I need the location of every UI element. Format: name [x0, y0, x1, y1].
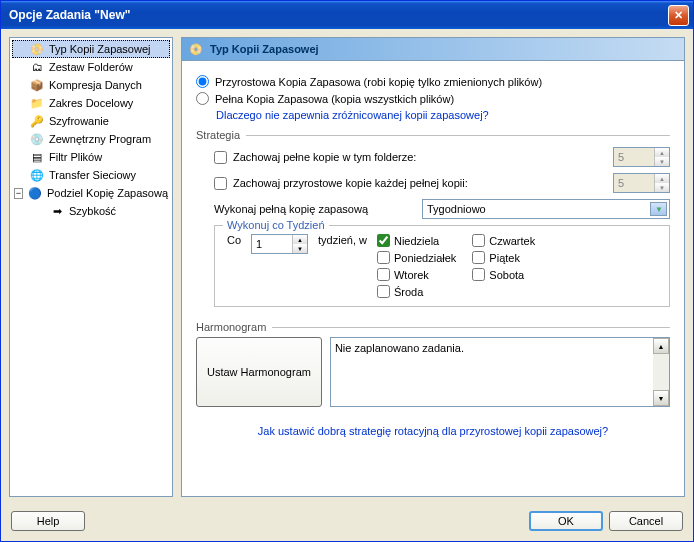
sidebar-item[interactable]: 📁Zakres Docelowy — [12, 94, 170, 112]
tree-item-label: Podziel Kopię Zapasową — [47, 187, 168, 199]
chevron-down-icon[interactable]: ▼ — [293, 244, 307, 253]
scrollbar[interactable]: ▲ ▼ — [653, 338, 669, 406]
schedule-row: Ustaw Harmonogram Nie zaplanowano zadani… — [196, 337, 670, 407]
link-rotation-strategy[interactable]: Jak ustawić dobrą strategię rotacyjną dl… — [258, 425, 608, 437]
schedule-status-text: Nie zaplanowano zadania. — [335, 342, 464, 354]
every-spinner[interactable]: ▲▼ — [251, 234, 308, 254]
tree-item-label: Transfer Sieciowy — [49, 169, 136, 181]
every-unit: tydzień, w — [318, 234, 367, 246]
keep-full-checkbox[interactable] — [214, 151, 227, 164]
disc-icon: 📀 — [188, 41, 204, 57]
sidebar-tree[interactable]: 📀Typ Kopii Zapasowej🗂Zestaw Folderów📦Kom… — [9, 37, 173, 497]
radio-incremental[interactable]: Przyrostowa Kopia Zapasowa (robi kopię t… — [196, 75, 670, 88]
day-środa[interactable]: Środa — [377, 285, 456, 298]
sidebar-item[interactable]: 🌐Transfer Sieciowy — [12, 166, 170, 184]
day-poniedziałek[interactable]: Poniedziałek — [377, 251, 456, 264]
day-checkbox[interactable] — [377, 285, 390, 298]
day-label: Czwartek — [489, 235, 535, 247]
perform-full-label: Wykonaj pełną kopię zapasową — [214, 203, 414, 215]
tree-item-label: Zewnętrzny Program — [49, 133, 151, 145]
sidebar-item[interactable]: 💿Zewnętrzny Program — [12, 130, 170, 148]
radio-incremental-input[interactable] — [196, 75, 209, 88]
close-button[interactable]: ✕ — [668, 5, 689, 26]
keep-inc-value — [614, 174, 654, 192]
body-area: 📀Typ Kopii Zapasowej🗂Zestaw Folderów📦Kom… — [1, 29, 693, 505]
schedule-legend: Harmonogram — [196, 321, 670, 333]
day-checkbox[interactable] — [377, 268, 390, 281]
page-title: Typ Kopii Zapasowej — [210, 43, 319, 55]
keep-inc-spinner: ▲▼ — [613, 173, 670, 193]
tree-item-icon: 📀 — [29, 41, 45, 57]
day-checkbox[interactable] — [472, 268, 485, 281]
keep-full-row: Zachowaj pełne kopie w tym folderze: ▲▼ — [214, 147, 670, 167]
day-columns: NiedzielaPoniedziałekWtorekŚrodaCzwartek… — [377, 234, 535, 298]
set-schedule-button[interactable]: Ustaw Harmonogram — [196, 337, 322, 407]
cancel-button[interactable]: Cancel — [609, 511, 683, 531]
tree-item-label: Zakres Docelowy — [49, 97, 133, 109]
every-value[interactable] — [252, 235, 292, 253]
tree-item-icon: ➡ — [49, 203, 65, 219]
keep-inc-row: Zachowaj przyrostowe kopie każdej pełnej… — [214, 173, 670, 193]
keep-full-label: Zachowaj pełne kopie w tym folderze: — [233, 151, 607, 163]
chevron-down-icon: ▼ — [655, 157, 669, 166]
week-legend: Wykonuj co Tydzień — [223, 219, 329, 231]
sidebar-item[interactable]: −🔵Podziel Kopię Zapasową — [12, 184, 170, 202]
dialog-window: Opcje Zadania "New" ✕ 📀Typ Kopii Zapasow… — [0, 0, 694, 542]
keep-inc-label: Zachowaj przyrostowe kopie każdej pełnej… — [233, 177, 607, 189]
day-checkbox[interactable] — [472, 234, 485, 247]
tree-item-label: Szyfrowanie — [49, 115, 109, 127]
window-title: Opcje Zadania "New" — [5, 8, 668, 22]
day-checkbox[interactable] — [377, 251, 390, 264]
tree-item-icon: ▤ — [29, 149, 45, 165]
day-label: Piątek — [489, 252, 520, 264]
frequency-select[interactable]: Tygodniowo ▼ — [422, 199, 670, 219]
content-header: 📀 Typ Kopii Zapasowej — [182, 38, 684, 61]
day-label: Środa — [394, 286, 423, 298]
sidebar-item[interactable]: 🔑Szyfrowanie — [12, 112, 170, 130]
keep-full-spinner: ▲▼ — [613, 147, 670, 167]
sidebar-item[interactable]: ▤Filtr Plików — [12, 148, 170, 166]
chevron-up-icon[interactable]: ▲ — [293, 235, 307, 244]
chevron-down-icon[interactable]: ▼ — [653, 390, 669, 406]
tree-collapse-icon[interactable]: − — [14, 188, 23, 199]
schedule-status-box: Nie zaplanowano zadania. ▲ ▼ — [330, 337, 670, 407]
tree-item-icon: 📦 — [29, 77, 45, 93]
close-icon: ✕ — [674, 9, 683, 22]
week-group: Wykonuj co Tydzień Co ▲▼ tydzień, w Nied… — [214, 225, 670, 307]
spinner-arrows: ▲▼ — [654, 174, 669, 192]
content-body: Przyrostowa Kopia Zapasowa (robi kopię t… — [182, 61, 684, 496]
titlebar[interactable]: Opcje Zadania "New" ✕ — [1, 1, 693, 29]
tree-item-icon: 💿 — [29, 131, 45, 147]
chevron-up-icon[interactable]: ▲ — [653, 338, 669, 354]
day-checkbox[interactable] — [472, 251, 485, 264]
tree-item-label: Kompresja Danych — [49, 79, 142, 91]
sidebar-item[interactable]: 📦Kompresja Danych — [12, 76, 170, 94]
day-wtorek[interactable]: Wtorek — [377, 268, 456, 281]
tree-item-label: Zestaw Folderów — [49, 61, 133, 73]
sidebar-item[interactable]: ➡Szybkość — [12, 202, 170, 220]
sidebar-item[interactable]: 🗂Zestaw Folderów — [12, 58, 170, 76]
day-checkbox[interactable] — [377, 234, 390, 247]
day-niedziela[interactable]: Niedziela — [377, 234, 456, 247]
tree-item-icon: 📁 — [29, 95, 45, 111]
perform-full-row: Wykonaj pełną kopię zapasową Tygodniowo … — [214, 199, 670, 219]
day-sobota[interactable]: Sobota — [472, 268, 535, 281]
day-piątek[interactable]: Piątek — [472, 251, 535, 264]
link-why-no-differential[interactable]: Dlaczego nie zapewnia zróżnicowanej kopi… — [216, 109, 489, 121]
tree-item-label: Filtr Plików — [49, 151, 102, 163]
tree-item-icon: 🗂 — [29, 59, 45, 75]
ok-button[interactable]: OK — [529, 511, 603, 531]
help-button[interactable]: Help — [11, 511, 85, 531]
radio-incremental-label: Przyrostowa Kopia Zapasowa (robi kopię t… — [215, 76, 542, 88]
tree-item-label: Typ Kopii Zapasowej — [49, 43, 151, 55]
sidebar-item[interactable]: 📀Typ Kopii Zapasowej — [12, 40, 170, 58]
every-label: Co — [227, 234, 241, 246]
day-label: Wtorek — [394, 269, 429, 281]
chevron-down-icon: ▼ — [655, 205, 663, 214]
day-czwartek[interactable]: Czwartek — [472, 234, 535, 247]
spinner-arrows[interactable]: ▲▼ — [292, 235, 307, 253]
radio-full-input[interactable] — [196, 92, 209, 105]
keep-inc-checkbox[interactable] — [214, 177, 227, 190]
chevron-up-icon: ▲ — [655, 174, 669, 183]
radio-full[interactable]: Pełna Kopia Zapasowa (kopia wszystkich p… — [196, 92, 670, 105]
